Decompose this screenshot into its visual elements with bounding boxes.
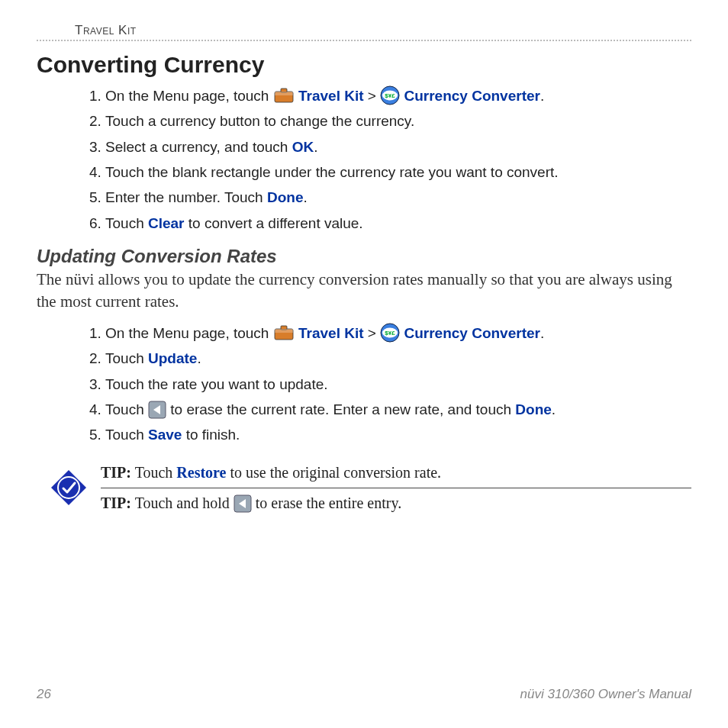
text: Touch (105, 427, 148, 443)
page-footer: 26 nüvi 310/360 Owner's Manual (37, 687, 691, 702)
step: On the Menu page, touch Travel Kit > $¥£… (105, 321, 691, 345)
text: . (314, 139, 317, 155)
tip-label: TIP: (101, 494, 131, 511)
text: Touch the blank rectangle under the curr… (105, 164, 559, 180)
document-page: Travel Kit Converting Currency On the Me… (0, 0, 728, 728)
text: Touch (105, 215, 148, 231)
save-label: Save (148, 427, 182, 443)
currency-converter-link: Currency Converter (404, 325, 540, 341)
tip-icon-holder (37, 458, 101, 507)
svg-point-15 (58, 477, 79, 498)
currency-icon: $¥£ (380, 323, 400, 343)
text: to erase the current rate. Enter a new r… (170, 401, 515, 417)
text: to erase the entire entry. (256, 494, 401, 511)
steps-list-1: On the Menu page, touch Travel Kit > $¥£… (37, 84, 691, 235)
svg-text:$¥£: $¥£ (385, 330, 396, 337)
step: Touch the blank rectangle under the curr… (105, 160, 691, 184)
svg-rect-8 (275, 329, 293, 333)
step: Touch to erase the current rate. Enter a… (105, 398, 691, 421)
separator: > (368, 325, 380, 341)
text: Touch (105, 350, 148, 366)
currency-converter-link: Currency Converter (404, 88, 540, 104)
tips-block: TIP: Touch Restore to use the original c… (37, 458, 691, 519)
text: Touch (105, 401, 148, 417)
text: . (540, 325, 544, 341)
briefcase-icon (273, 324, 295, 341)
text: Touch a currency button to change the cu… (105, 113, 414, 129)
step: Touch Clear to convert a different value… (105, 211, 691, 235)
step: Touch Save to finish. (105, 423, 691, 446)
manual-title: nüvi 310/360 Owner's Manual (520, 687, 691, 702)
text: On the Menu page, touch (105, 88, 273, 104)
subheading: Updating Conversion Rates (37, 246, 691, 267)
text: . (540, 88, 544, 104)
restore-label: Restore (176, 464, 226, 481)
svg-text:$¥£: $¥£ (385, 92, 396, 99)
travel-kit-link: Travel Kit (298, 88, 364, 104)
tip-label: TIP: (101, 464, 131, 481)
tip-lines: TIP: Touch Restore to use the original c… (101, 458, 691, 519)
step: Enter the number. Touch Done. (105, 185, 691, 209)
steps-list-2: On the Menu page, touch Travel Kit > $¥£… (37, 321, 691, 447)
body-paragraph: The nüvi allows you to update the curren… (37, 269, 691, 314)
update-label: Update (148, 350, 197, 366)
back-arrow-icon (148, 401, 166, 419)
text: . (197, 350, 201, 366)
page-title: Converting Currency (37, 52, 691, 78)
text: Enter the number. Touch (105, 189, 267, 205)
currency-icon: $¥£ (380, 85, 400, 105)
text: On the Menu page, touch (105, 325, 273, 341)
text: Touch the rate you want to update. (105, 376, 328, 392)
text: . (552, 401, 556, 417)
page-number: 26 (37, 687, 51, 702)
back-arrow-icon (234, 494, 252, 513)
text: . (303, 189, 307, 205)
text: to finish. (182, 427, 240, 443)
separator: > (368, 88, 380, 104)
tip-line: TIP: Touch Restore to use the original c… (101, 458, 691, 488)
text: Select a currency, and touch (105, 139, 292, 155)
text: to use the original conversion rate. (227, 464, 442, 481)
done-label: Done (267, 189, 304, 205)
clear-label: Clear (148, 215, 185, 231)
ok-label: OK (292, 139, 314, 155)
travel-kit-link: Travel Kit (298, 325, 364, 341)
step: On the Menu page, touch Travel Kit > $¥£… (105, 84, 691, 108)
running-header: Travel Kit (37, 23, 691, 41)
checkmark-tip-icon (50, 469, 88, 507)
text: Touch (131, 464, 176, 481)
text: Touch and hold (131, 494, 234, 511)
done-label: Done (515, 401, 552, 417)
briefcase-icon (273, 87, 295, 104)
step: Touch Update. (105, 346, 691, 370)
step: Touch the rate you want to update. (105, 372, 691, 396)
text: to convert a different value. (185, 215, 363, 231)
step: Select a currency, and touch OK. (105, 135, 691, 159)
step: Touch a currency button to change the cu… (105, 109, 691, 133)
svg-rect-2 (275, 92, 293, 95)
tip-line: TIP: Touch and hold to erase the entire … (101, 488, 691, 519)
